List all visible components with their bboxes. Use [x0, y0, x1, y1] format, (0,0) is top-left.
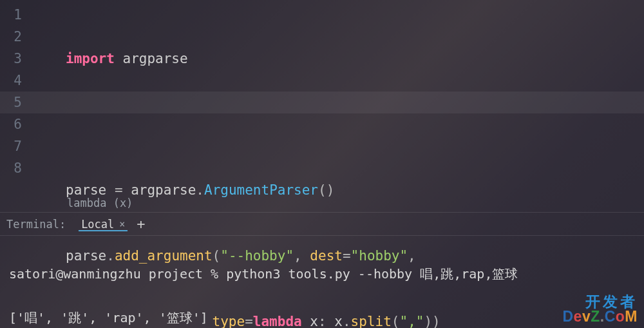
terminal-output[interactable]: satori@wanmingzhu project % python3 tool… [0, 236, 644, 328]
line-number: 5 [0, 92, 33, 113]
terminal-tab-local[interactable]: Local × [79, 218, 128, 231]
terminal-line: satori@wanmingzhu project % python3 tool… [9, 263, 635, 285]
line-number: 6 [0, 113, 33, 135]
watermark-en: DevZ.CoM [562, 309, 638, 324]
terminal-line: ['唱', '跳', 'rap', '篮球'] [9, 307, 635, 328]
close-icon[interactable]: × [119, 218, 125, 230]
code-line: import argparse [33, 48, 440, 70]
code-area[interactable]: import argparse parse = argparse.Argumen… [33, 0, 440, 193]
line-number: 4 [0, 70, 33, 92]
terminal-tab-bar: Terminal: Local × + [0, 213, 644, 236]
line-number: 7 [0, 135, 33, 157]
terminal-label: Terminal: [6, 218, 66, 231]
line-number: 2 [0, 26, 33, 48]
breadcrumb[interactable]: lambda (x) [0, 193, 644, 213]
line-number: 1 [0, 4, 33, 26]
line-number: 8 [0, 157, 33, 179]
line-number: 3 [0, 48, 33, 70]
add-terminal-button[interactable]: + [137, 216, 145, 232]
watermark: 开发者 DevZ.CoM [562, 294, 638, 324]
code-line [33, 113, 440, 135]
breadcrumb-text: lambda (x) [67, 197, 133, 209]
watermark-cn: 开发者 [562, 294, 638, 309]
code-editor[interactable]: 1 2 3 4 5 6 7 8 import argparse parse = … [0, 0, 644, 193]
terminal-tab-label: Local [81, 218, 114, 231]
line-number-gutter: 1 2 3 4 5 6 7 8 [0, 0, 33, 193]
